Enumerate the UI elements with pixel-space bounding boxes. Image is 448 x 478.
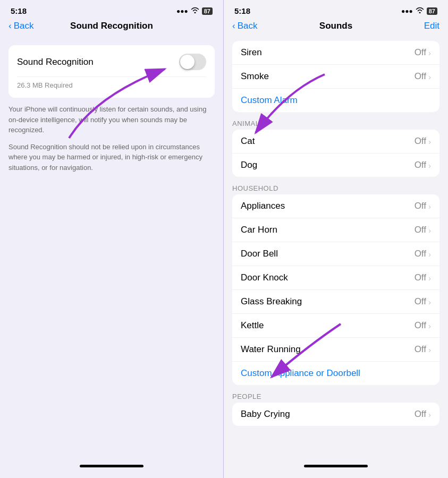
group-people: Baby Crying Off › (232, 403, 439, 426)
right-panel: 5:18 ●●● 87 ‹ Back Sounds Edit S (224, 0, 448, 478)
cat-value: Off (415, 136, 426, 147)
item-kettle[interactable]: Kettle Off › (232, 314, 439, 338)
section-people: PEOPLE (224, 389, 448, 403)
glass-breaking-label: Glass Breaking (241, 296, 302, 307)
left-nav-bar: ‹ Back Sound Recognition (0, 19, 223, 37)
left-panel: 5:18 ●●● 87 ‹ Back Sound Recognition Sou… (0, 0, 224, 478)
water-running-right: Off › (415, 344, 431, 355)
left-status-right: ●●● 87 (176, 7, 213, 15)
cat-chevron: › (428, 137, 431, 146)
disclaimer-text: Sound Recognition should not be relied u… (9, 142, 215, 173)
car-horn-value: Off (415, 225, 426, 235)
left-battery: 87 (202, 7, 213, 15)
kettle-value: Off (415, 320, 426, 331)
baby-crying-value: Off (415, 409, 426, 420)
dog-value: Off (415, 160, 426, 170)
right-back-button[interactable]: ‹ Back (232, 21, 257, 31)
group-alarms: Siren Off › Smoke Off › Custom Alarm (232, 41, 439, 112)
left-nav-title: Sound Recognition (70, 21, 153, 31)
baby-crying-chevron: › (428, 410, 431, 419)
left-status-bar: 5:18 ●●● 87 (0, 0, 223, 19)
storage-text: 26.3 MB Required (17, 76, 206, 89)
right-nav-title: Sounds (319, 21, 352, 31)
cat-right: Off › (415, 136, 431, 147)
door-bell-right: Off › (415, 249, 431, 259)
car-horn-right: Off › (415, 225, 431, 235)
siren-label: Siren (241, 47, 262, 58)
section-animals: ANIMALS (224, 116, 448, 130)
dog-right: Off › (415, 160, 431, 170)
item-dog[interactable]: Dog Off › (232, 153, 439, 177)
smoke-right: Off › (415, 71, 431, 82)
left-back-label: Back (14, 21, 34, 31)
right-content: Siren Off › Smoke Off › Custom Alarm ANI… (224, 37, 448, 478)
dog-label: Dog (241, 160, 257, 170)
item-siren[interactable]: Siren Off › (232, 41, 439, 65)
kettle-chevron: › (428, 321, 431, 330)
right-battery: 87 (427, 7, 437, 15)
item-water-running[interactable]: Water Running Off › (232, 338, 439, 362)
item-baby-crying[interactable]: Baby Crying Off › (232, 403, 439, 426)
door-knock-label: Door Knock (241, 272, 288, 283)
glass-breaking-right: Off › (415, 296, 431, 307)
description-text: Your iPhone will continuously listen for… (9, 104, 215, 135)
sound-recognition-card: Sound Recognition 26.3 MB Required (9, 45, 215, 98)
car-horn-label: Car Horn (241, 225, 277, 235)
item-appliances[interactable]: Appliances Off › (232, 194, 439, 218)
appliances-value: Off (415, 201, 426, 211)
appliances-right: Off › (415, 201, 431, 211)
siren-right: Off › (415, 47, 431, 58)
dog-chevron: › (428, 161, 431, 170)
right-back-label: Back (238, 21, 258, 31)
left-home-indicator (80, 465, 143, 467)
appliances-label: Appliances (241, 201, 285, 211)
door-knock-value: Off (415, 272, 426, 283)
right-wifi-icon (416, 7, 424, 15)
item-glass-breaking[interactable]: Glass Breaking Off › (232, 290, 439, 314)
right-time: 5:18 (234, 6, 250, 15)
right-nav-bar: ‹ Back Sounds Edit (224, 19, 448, 37)
smoke-chevron: › (428, 72, 431, 81)
group-animals: Cat Off › Dog Off › (232, 130, 439, 177)
item-car-horn[interactable]: Car Horn Off › (232, 218, 439, 242)
door-knock-right: Off › (415, 272, 431, 283)
kettle-right: Off › (415, 320, 431, 331)
water-running-value: Off (415, 344, 426, 355)
water-running-chevron: › (428, 345, 431, 354)
item-cat[interactable]: Cat Off › (232, 130, 439, 153)
siren-chevron: › (428, 48, 431, 57)
wifi-icon (191, 7, 199, 15)
item-door-bell[interactable]: Door Bell Off › (232, 242, 439, 266)
item-door-knock[interactable]: Door Knock Off › (232, 266, 439, 290)
custom-alarm-label: Custom Alarm (241, 95, 298, 106)
item-custom-appliance[interactable]: Custom Appliance or Doorbell (232, 362, 439, 385)
left-back-button[interactable]: ‹ Back (9, 21, 33, 31)
sound-recognition-toggle[interactable] (179, 54, 206, 70)
signal-icon: ●●● (176, 7, 188, 15)
door-bell-label: Door Bell (241, 249, 278, 259)
left-time: 5:18 (11, 6, 27, 15)
right-back-chevron: ‹ (232, 21, 235, 31)
sound-recognition-label: Sound Recognition (17, 57, 94, 67)
door-knock-chevron: › (428, 274, 431, 283)
cat-label: Cat (241, 136, 255, 147)
baby-crying-right: Off › (415, 409, 431, 420)
appliances-chevron: › (428, 202, 431, 211)
item-custom-alarm[interactable]: Custom Alarm (232, 89, 439, 112)
right-signal-icon: ●●● (401, 7, 413, 15)
door-bell-value: Off (415, 249, 426, 259)
section-household: HOUSEHOLD (224, 181, 448, 194)
glass-breaking-value: Off (415, 296, 426, 307)
baby-crying-label: Baby Crying (241, 409, 290, 420)
smoke-value: Off (415, 71, 426, 82)
kettle-label: Kettle (241, 320, 264, 331)
group-household: Appliances Off › Car Horn Off › Door Bel… (232, 194, 439, 385)
right-home-indicator (304, 465, 368, 467)
door-bell-chevron: › (428, 250, 431, 259)
right-status-right: ●●● 87 (401, 7, 437, 15)
item-smoke[interactable]: Smoke Off › (232, 65, 439, 89)
glass-breaking-chevron: › (428, 297, 431, 306)
custom-appliance-label: Custom Appliance or Doorbell (241, 368, 360, 379)
right-edit-button[interactable]: Edit (424, 21, 439, 31)
water-running-label: Water Running (241, 344, 301, 355)
